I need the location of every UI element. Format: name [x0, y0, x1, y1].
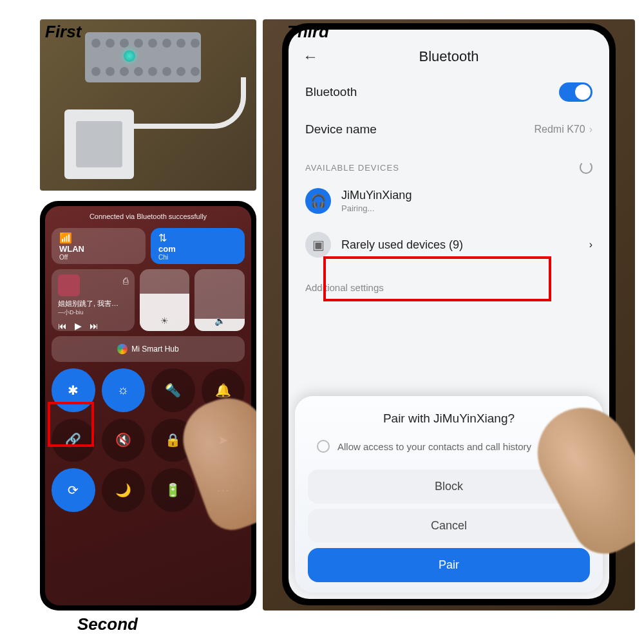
mobile-data-tile[interactable]: ⇅ com Chi	[151, 228, 245, 264]
assistant-icon	[117, 344, 128, 354]
wifi-icon: 📶	[59, 232, 72, 244]
device-name: JiMuYinXiang	[341, 189, 412, 202]
step-label-first: First	[45, 22, 81, 42]
bell-icon: 🔔	[215, 383, 231, 398]
flashlight-toggle[interactable]: 🔦	[151, 368, 195, 412]
available-devices-header: AVAILABLE DEVICES	[289, 147, 609, 179]
wlan-tile[interactable]: 📶 WLAN Off	[52, 228, 146, 264]
media-player-tile[interactable]: ⎙ 姐姐别跳了, 我害… —小D-biu ⏮ ▶ ⏭	[52, 269, 135, 331]
link-icon: 🔗	[65, 432, 81, 448]
headphones-icon: 🎧	[305, 188, 331, 214]
control-center-photo: Connected via Bluetooth successfully 📶 W…	[40, 201, 256, 611]
auto-brightness-toggle[interactable]: ☼	[102, 368, 146, 412]
data-label: com	[158, 244, 176, 254]
bluetooth-label: Bluetooth	[305, 85, 559, 99]
hardware-photo	[40, 19, 256, 191]
next-icon[interactable]: ⏭	[90, 321, 99, 331]
controller-board	[85, 32, 201, 82]
chevron-right-icon: ›	[589, 239, 592, 251]
device-status: Pairing...	[341, 204, 412, 213]
brightness-slider[interactable]: ☀	[140, 269, 190, 331]
rarely-used-row[interactable]: ▣ Rarely used devices (9) ›	[289, 223, 609, 267]
album-art	[58, 274, 80, 296]
flashlight-icon: 🔦	[165, 383, 181, 398]
scanning-spinner-icon	[580, 161, 592, 174]
moon-icon: 🌙	[115, 482, 131, 498]
chevron-right-icon: ›	[589, 124, 592, 135]
wlan-label: WLAN	[59, 244, 84, 254]
lock-icon: 🔒	[165, 432, 181, 448]
devices-icon: ▣	[305, 232, 331, 258]
rarely-used-label: Rarely used devices (9)	[341, 238, 463, 252]
pair-button[interactable]: Pair	[308, 548, 590, 582]
device-jimuyinxiang[interactable]: 🎧 JiMuYinXiang Pairing...	[289, 179, 609, 223]
mute-toggle[interactable]: 🔇	[102, 419, 146, 462]
rotate-icon: ⟳	[68, 482, 79, 498]
bluetooth-switch[interactable]	[559, 82, 592, 102]
available-devices-label: AVAILABLE DEVICES	[305, 163, 399, 173]
play-icon[interactable]: ▶	[75, 321, 82, 331]
device-name-row[interactable]: Device name Redmi K70 ›	[289, 112, 609, 147]
bluetooth-settings-photo: ← Bluetooth Bluetooth Device name Redmi …	[263, 19, 635, 611]
volume-icon: 🔈	[214, 316, 225, 326]
bluetooth-icon: ✱	[68, 383, 79, 398]
dnd-toggle[interactable]: 🌙	[102, 468, 146, 512]
phone-frame: ← Bluetooth Bluetooth Device name Redmi …	[282, 23, 616, 605]
page-title: Bluetooth	[303, 48, 595, 65]
data-carrier: Chi	[158, 254, 168, 261]
cast-icon[interactable]: ⎙	[123, 276, 128, 286]
power-led	[124, 50, 135, 62]
contacts-access-label: Allow access to your contacts and call h…	[337, 441, 531, 452]
rotate-lock-toggle[interactable]: ⟳	[52, 468, 95, 512]
speaker-block	[64, 109, 134, 179]
wlan-status: Off	[59, 254, 68, 261]
sun-icon: ☀	[160, 316, 169, 326]
mute-icon: 🔇	[115, 432, 131, 448]
media-artist: —小D-biu	[58, 308, 128, 317]
cancel-button[interactable]: Cancel	[308, 509, 590, 543]
step-label-second: Second	[77, 614, 138, 634]
phone-screen: ← Bluetooth Bluetooth Device name Redmi …	[289, 30, 609, 599]
volume-slider[interactable]: 🔈	[194, 269, 245, 331]
battery-toggle[interactable]: 🔋	[151, 468, 195, 512]
hub-label: Mi Smart Hub	[131, 345, 178, 354]
additional-settings-label: Additional settings	[289, 267, 609, 298]
bluetooth-toggle[interactable]: ✱	[52, 368, 95, 412]
device-name-label: Device name	[305, 122, 535, 137]
device-name-value: Redmi K70	[535, 124, 585, 135]
bluetooth-connected-toast: Connected via Bluetooth successfully	[52, 213, 245, 220]
mi-smart-hub-tile[interactable]: Mi Smart Hub	[52, 336, 245, 362]
step-label-third: Third	[287, 22, 329, 42]
checkbox[interactable]	[317, 440, 330, 453]
bluetooth-master-row[interactable]: Bluetooth	[289, 72, 609, 112]
data-icon: ⇅	[158, 232, 167, 244]
prev-icon[interactable]: ⏮	[58, 321, 67, 331]
link-toggle[interactable]: 🔗	[52, 419, 95, 462]
media-title: 姐姐别跳了, 我害…	[58, 299, 128, 308]
battery-icon: 🔋	[165, 482, 181, 498]
auto-brightness-icon: ☼	[117, 383, 129, 397]
